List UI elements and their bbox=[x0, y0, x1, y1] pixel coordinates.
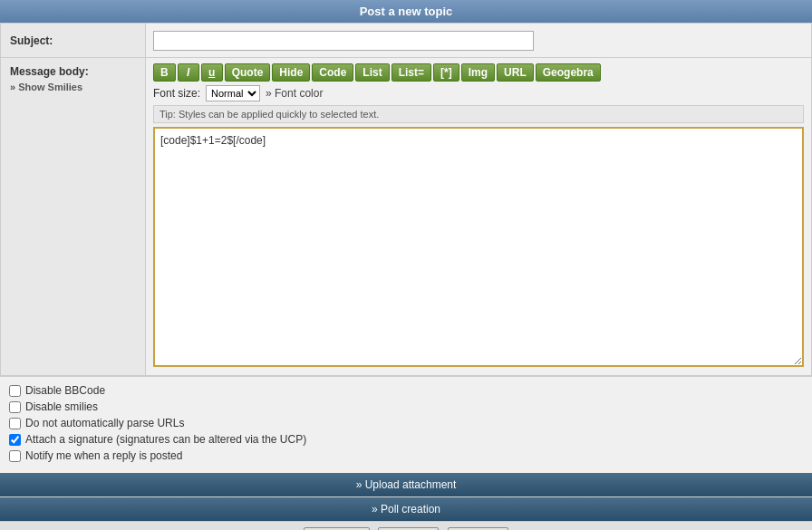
list-eq-button[interactable]: List= bbox=[392, 63, 431, 82]
attach-signature-label: Attach a signature (signatures can be al… bbox=[25, 433, 306, 446]
no-auto-urls-label: Do not automatically parse URLs bbox=[25, 417, 184, 429]
formatting-toolbar: B I u Quote Hide Code List List= [*] Img… bbox=[153, 63, 804, 82]
subject-label: Subject: bbox=[10, 34, 53, 47]
disable-smilies-checkbox[interactable] bbox=[9, 401, 21, 413]
message-textarea[interactable]: [code]$1+1=2$[/code] bbox=[153, 127, 804, 367]
fontcolor-link[interactable]: » Font color bbox=[266, 87, 323, 100]
quote-button[interactable]: Quote bbox=[225, 63, 271, 82]
geogebra-button[interactable]: Geogebra bbox=[536, 63, 601, 82]
upload-attachment-link[interactable]: » Upload attachment bbox=[356, 478, 457, 491]
notify-reply-label: Notify me when a reply is posted bbox=[25, 449, 182, 462]
attach-signature-checkbox[interactable] bbox=[9, 434, 21, 446]
img-button[interactable]: Img bbox=[461, 63, 495, 82]
italic-button[interactable]: I bbox=[178, 63, 199, 82]
poll-creation-link[interactable]: » Poll creation bbox=[372, 503, 440, 516]
no-auto-urls-checkbox[interactable] bbox=[9, 418, 21, 429]
underline-button[interactable]: u bbox=[201, 63, 223, 82]
tip-text: Tip: Styles can be applied quickly to se… bbox=[153, 105, 804, 123]
disable-bbcode-checkbox[interactable] bbox=[9, 385, 21, 397]
fontsize-label: Font size: bbox=[153, 87, 200, 100]
poll-creation-bar[interactable]: » Poll creation bbox=[0, 497, 812, 521]
notify-reply-checkbox[interactable] bbox=[9, 450, 21, 462]
list-button[interactable]: List bbox=[355, 63, 389, 82]
disable-smilies-label: Disable smilies bbox=[25, 400, 98, 413]
disable-bbcode-label: Disable BBCode bbox=[25, 384, 105, 397]
hide-button[interactable]: Hide bbox=[272, 63, 310, 82]
code-button[interactable]: Code bbox=[312, 63, 353, 82]
bullet-button[interactable]: [*] bbox=[433, 63, 459, 82]
bold-button[interactable]: B bbox=[153, 63, 176, 82]
upload-attachment-bar[interactable]: » Upload attachment bbox=[0, 473, 812, 496]
url-button[interactable]: URL bbox=[497, 63, 534, 82]
message-body-label: Message body: bbox=[10, 65, 89, 78]
bottom-buttons-bar: Preview Submit Cancel bbox=[0, 521, 812, 530]
page-title: Post a new topic bbox=[0, 0, 812, 23]
fontsize-select[interactable]: Tiny Small Normal Large Huge bbox=[206, 85, 260, 101]
subject-input[interactable] bbox=[153, 31, 534, 51]
show-smilies-link[interactable]: » Show Smilies bbox=[10, 82, 136, 92]
options-section: Disable BBCode Disable smilies Do not au… bbox=[0, 376, 812, 473]
